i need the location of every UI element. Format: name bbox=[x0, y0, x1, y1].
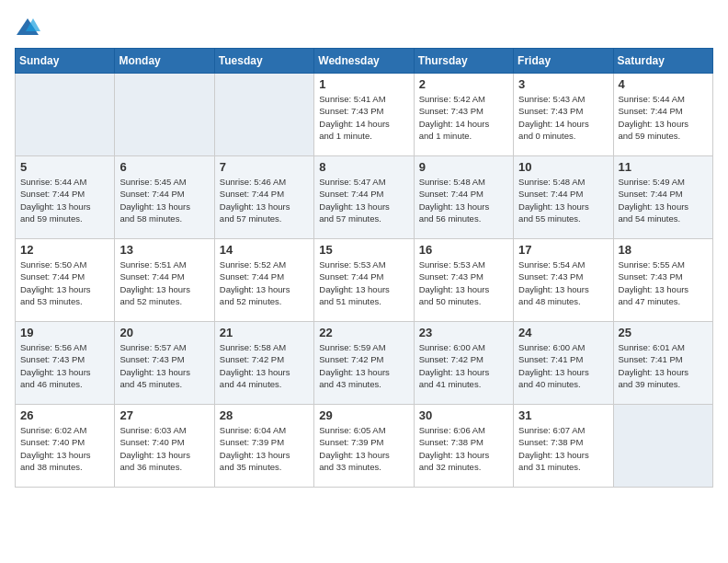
day-cell: 5Sunrise: 5:44 AMSunset: 7:44 PMDaylight… bbox=[16, 156, 115, 239]
day-cell: 25Sunrise: 6:01 AMSunset: 7:41 PMDayligh… bbox=[613, 322, 712, 405]
day-cell: 18Sunrise: 5:55 AMSunset: 7:43 PMDayligh… bbox=[613, 239, 712, 322]
day-number: 3 bbox=[518, 77, 608, 91]
day-number: 2 bbox=[419, 77, 508, 91]
page-header bbox=[15, 15, 713, 40]
day-cell: 16Sunrise: 5:53 AMSunset: 7:43 PMDayligh… bbox=[414, 239, 513, 322]
day-info: Sunrise: 5:51 AMSunset: 7:44 PMDaylight:… bbox=[119, 259, 209, 307]
day-number: 27 bbox=[119, 408, 209, 422]
day-number: 1 bbox=[319, 77, 408, 91]
day-cell: 28Sunrise: 6:04 AMSunset: 7:39 PMDayligh… bbox=[214, 405, 313, 488]
day-number: 23 bbox=[419, 326, 508, 339]
day-number: 24 bbox=[518, 326, 608, 339]
day-number: 26 bbox=[20, 408, 109, 422]
logo bbox=[15, 15, 42, 40]
day-info: Sunrise: 6:01 AMSunset: 7:41 PMDaylight:… bbox=[619, 341, 708, 390]
day-info: Sunrise: 5:45 AMSunset: 7:44 PMDaylight:… bbox=[119, 176, 209, 224]
day-info: Sunrise: 6:00 AMSunset: 7:42 PMDaylight:… bbox=[419, 341, 508, 390]
day-cell: 27Sunrise: 6:03 AMSunset: 7:40 PMDayligh… bbox=[115, 405, 214, 488]
day-cell: 7Sunrise: 5:46 AMSunset: 7:44 PMDaylight… bbox=[214, 156, 313, 239]
day-cell bbox=[16, 74, 115, 156]
day-number: 16 bbox=[419, 243, 508, 257]
day-cell: 22Sunrise: 5:59 AMSunset: 7:42 PMDayligh… bbox=[314, 322, 414, 405]
day-number: 9 bbox=[419, 160, 508, 174]
day-info: Sunrise: 5:52 AMSunset: 7:44 PMDaylight:… bbox=[220, 259, 309, 307]
day-info: Sunrise: 5:54 AMSunset: 7:43 PMDaylight:… bbox=[518, 259, 608, 307]
day-cell: 8Sunrise: 5:47 AMSunset: 7:44 PMDaylight… bbox=[314, 156, 414, 239]
day-number: 18 bbox=[619, 243, 708, 257]
weekday-header-row: SundayMondayTuesdayWednesdayThursdayFrid… bbox=[16, 49, 713, 74]
day-cell: 20Sunrise: 5:57 AMSunset: 7:43 PMDayligh… bbox=[115, 322, 214, 405]
weekday-header-tuesday: Tuesday bbox=[214, 49, 313, 74]
day-cell: 9Sunrise: 5:48 AMSunset: 7:44 PMDaylight… bbox=[414, 156, 513, 239]
week-row-3: 12Sunrise: 5:50 AMSunset: 7:44 PMDayligh… bbox=[16, 239, 713, 322]
day-number: 14 bbox=[220, 243, 309, 257]
day-number: 21 bbox=[220, 326, 309, 339]
day-number: 29 bbox=[319, 408, 408, 422]
day-number: 8 bbox=[319, 160, 408, 174]
day-cell: 14Sunrise: 5:52 AMSunset: 7:44 PMDayligh… bbox=[214, 239, 313, 322]
day-cell: 11Sunrise: 5:49 AMSunset: 7:44 PMDayligh… bbox=[613, 156, 712, 239]
day-cell: 19Sunrise: 5:56 AMSunset: 7:43 PMDayligh… bbox=[16, 322, 115, 405]
day-info: Sunrise: 6:07 AMSunset: 7:38 PMDaylight:… bbox=[518, 424, 608, 473]
day-number: 20 bbox=[119, 326, 209, 339]
day-info: Sunrise: 6:04 AMSunset: 7:39 PMDaylight:… bbox=[220, 424, 309, 473]
day-info: Sunrise: 5:53 AMSunset: 7:44 PMDaylight:… bbox=[319, 259, 408, 307]
day-cell: 6Sunrise: 5:45 AMSunset: 7:44 PMDaylight… bbox=[115, 156, 214, 239]
day-cell bbox=[115, 74, 214, 156]
day-cell: 29Sunrise: 6:05 AMSunset: 7:39 PMDayligh… bbox=[314, 405, 414, 488]
day-info: Sunrise: 5:58 AMSunset: 7:42 PMDaylight:… bbox=[220, 341, 309, 390]
weekday-header-thursday: Thursday bbox=[414, 49, 513, 74]
day-number: 15 bbox=[319, 243, 408, 257]
day-info: Sunrise: 5:48 AMSunset: 7:44 PMDaylight:… bbox=[518, 176, 608, 224]
week-row-5: 26Sunrise: 6:02 AMSunset: 7:40 PMDayligh… bbox=[16, 405, 713, 488]
day-number: 25 bbox=[619, 326, 708, 339]
day-number: 31 bbox=[518, 408, 608, 422]
day-number: 12 bbox=[20, 243, 109, 257]
day-cell: 24Sunrise: 6:00 AMSunset: 7:41 PMDayligh… bbox=[514, 322, 613, 405]
week-row-1: 1Sunrise: 5:41 AMSunset: 7:43 PMDaylight… bbox=[16, 74, 713, 156]
logo-icon bbox=[15, 15, 40, 40]
day-number: 6 bbox=[119, 160, 209, 174]
calendar-table: SundayMondayTuesdayWednesdayThursdayFrid… bbox=[15, 48, 713, 488]
day-number: 30 bbox=[419, 408, 508, 422]
day-info: Sunrise: 5:47 AMSunset: 7:44 PMDaylight:… bbox=[319, 176, 408, 224]
day-cell: 4Sunrise: 5:44 AMSunset: 7:44 PMDaylight… bbox=[613, 74, 712, 156]
day-number: 22 bbox=[319, 326, 408, 339]
day-number: 11 bbox=[619, 160, 708, 174]
day-info: Sunrise: 5:50 AMSunset: 7:44 PMDaylight:… bbox=[20, 259, 109, 307]
day-info: Sunrise: 5:42 AMSunset: 7:43 PMDaylight:… bbox=[419, 93, 508, 142]
weekday-header-sunday: Sunday bbox=[16, 49, 115, 74]
day-info: Sunrise: 5:43 AMSunset: 7:43 PMDaylight:… bbox=[518, 93, 608, 142]
day-cell: 12Sunrise: 5:50 AMSunset: 7:44 PMDayligh… bbox=[16, 239, 115, 322]
weekday-header-monday: Monday bbox=[115, 49, 214, 74]
day-number: 17 bbox=[518, 243, 608, 257]
day-cell: 10Sunrise: 5:48 AMSunset: 7:44 PMDayligh… bbox=[514, 156, 613, 239]
weekday-header-saturday: Saturday bbox=[613, 49, 712, 74]
day-info: Sunrise: 5:57 AMSunset: 7:43 PMDaylight:… bbox=[119, 341, 209, 390]
day-info: Sunrise: 5:44 AMSunset: 7:44 PMDaylight:… bbox=[20, 176, 109, 224]
day-cell: 30Sunrise: 6:06 AMSunset: 7:38 PMDayligh… bbox=[414, 405, 513, 488]
day-info: Sunrise: 6:02 AMSunset: 7:40 PMDaylight:… bbox=[20, 424, 109, 473]
day-number: 28 bbox=[220, 408, 309, 422]
day-info: Sunrise: 6:03 AMSunset: 7:40 PMDaylight:… bbox=[119, 424, 209, 473]
day-info: Sunrise: 5:48 AMSunset: 7:44 PMDaylight:… bbox=[419, 176, 508, 224]
day-info: Sunrise: 6:05 AMSunset: 7:39 PMDaylight:… bbox=[319, 424, 408, 473]
day-number: 5 bbox=[20, 160, 109, 174]
day-cell bbox=[214, 74, 313, 156]
day-cell: 2Sunrise: 5:42 AMSunset: 7:43 PMDaylight… bbox=[414, 74, 513, 156]
day-info: Sunrise: 5:59 AMSunset: 7:42 PMDaylight:… bbox=[319, 341, 408, 390]
day-cell: 17Sunrise: 5:54 AMSunset: 7:43 PMDayligh… bbox=[514, 239, 613, 322]
day-cell: 15Sunrise: 5:53 AMSunset: 7:44 PMDayligh… bbox=[314, 239, 414, 322]
day-info: Sunrise: 5:41 AMSunset: 7:43 PMDaylight:… bbox=[319, 93, 408, 142]
day-info: Sunrise: 5:55 AMSunset: 7:43 PMDaylight:… bbox=[619, 259, 708, 307]
day-cell: 21Sunrise: 5:58 AMSunset: 7:42 PMDayligh… bbox=[214, 322, 313, 405]
day-info: Sunrise: 6:00 AMSunset: 7:41 PMDaylight:… bbox=[518, 341, 608, 390]
day-info: Sunrise: 5:56 AMSunset: 7:43 PMDaylight:… bbox=[20, 341, 109, 390]
day-number: 7 bbox=[220, 160, 309, 174]
day-info: Sunrise: 5:49 AMSunset: 7:44 PMDaylight:… bbox=[619, 176, 708, 224]
day-number: 13 bbox=[119, 243, 209, 257]
day-cell bbox=[613, 405, 712, 488]
day-cell: 13Sunrise: 5:51 AMSunset: 7:44 PMDayligh… bbox=[115, 239, 214, 322]
day-info: Sunrise: 5:53 AMSunset: 7:43 PMDaylight:… bbox=[419, 259, 508, 307]
day-number: 19 bbox=[20, 326, 109, 339]
